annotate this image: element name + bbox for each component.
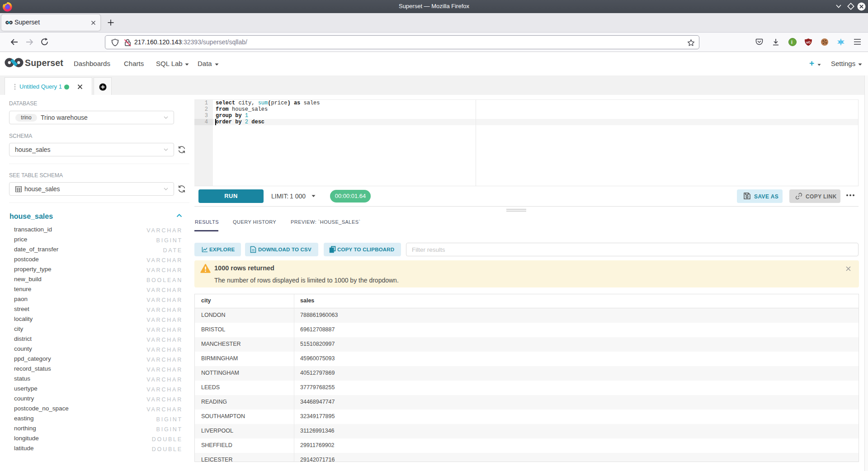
svg-text:uO: uO [806, 41, 811, 44]
